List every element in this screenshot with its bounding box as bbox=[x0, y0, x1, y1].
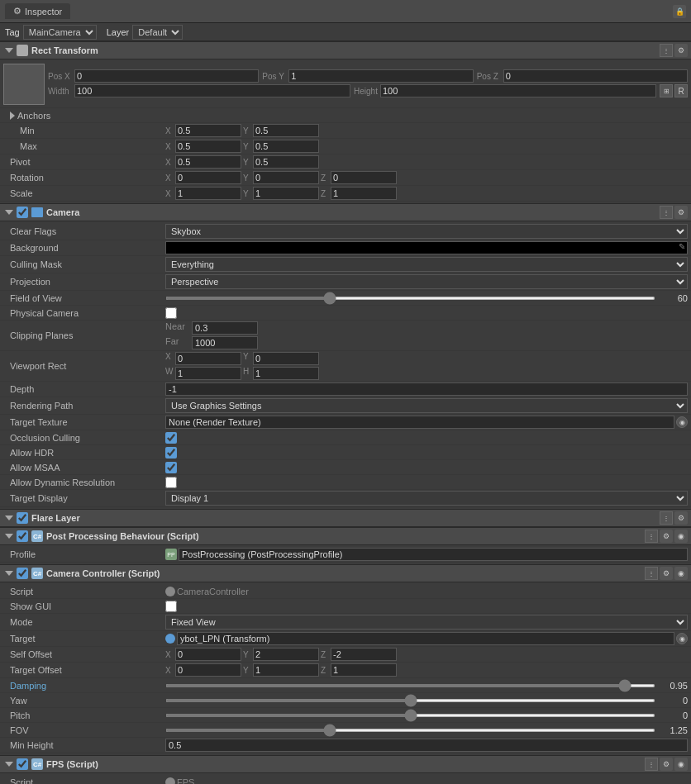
profile-input[interactable] bbox=[179, 548, 688, 561]
target-offset-z[interactable] bbox=[331, 663, 397, 677]
pos-y-input[interactable] bbox=[288, 69, 473, 83]
layer-select[interactable]: Default bbox=[132, 25, 183, 40]
scale-row: Scale X Y Z bbox=[0, 186, 691, 202]
rect-transform-settings-btn[interactable]: ⚙ bbox=[674, 44, 688, 57]
camera-controller-toggle[interactable] bbox=[5, 571, 13, 576]
fps-toggle[interactable] bbox=[5, 762, 13, 767]
scale-z[interactable] bbox=[331, 187, 397, 200]
damping-slider[interactable] bbox=[165, 684, 655, 687]
pos-x-input[interactable] bbox=[74, 69, 259, 83]
projection-select[interactable]: Perspective bbox=[165, 274, 688, 289]
post-processing-grid-btn[interactable]: ⋮ bbox=[645, 530, 658, 543]
rendering-path-select[interactable]: Use Graphics Settings bbox=[165, 398, 688, 413]
yaw-slider[interactable] bbox=[165, 699, 655, 702]
self-offset-x[interactable] bbox=[175, 648, 241, 661]
fps-grid-btn[interactable]: ⋮ bbox=[645, 758, 658, 771]
flare-settings-btn[interactable]: ⚙ bbox=[674, 511, 688, 525]
target-offset-y[interactable] bbox=[253, 663, 319, 677]
target-texture-input[interactable] bbox=[165, 416, 674, 429]
mode-select[interactable]: Fixed View bbox=[165, 615, 688, 630]
self-offset-z[interactable] bbox=[331, 648, 397, 661]
pos-x-label: Pos X bbox=[48, 72, 73, 81]
camera-controller-dot-btn[interactable]: ◉ bbox=[674, 567, 688, 580]
anchor-max-y[interactable] bbox=[253, 140, 319, 153]
scale-x[interactable] bbox=[175, 187, 241, 200]
camera-controller-settings-btn[interactable]: ⚙ bbox=[660, 567, 673, 580]
culling-mask-select[interactable]: Everything bbox=[165, 257, 688, 272]
fps-settings-btn[interactable]: ⚙ bbox=[660, 758, 673, 771]
show-gui-checkbox[interactable] bbox=[165, 601, 177, 612]
anchor-max-x[interactable] bbox=[175, 140, 241, 153]
fps-dot-btn[interactable]: ◉ bbox=[674, 758, 688, 771]
post-processing-settings-btn[interactable]: ⚙ bbox=[660, 530, 673, 543]
target-texture-picker[interactable]: ◉ bbox=[676, 416, 688, 428]
pos-z-input[interactable] bbox=[503, 69, 688, 83]
rotation-x[interactable] bbox=[175, 171, 241, 184]
background-swatch[interactable]: ✎ bbox=[165, 241, 688, 254]
target-display-row: Target Display Display 1 bbox=[0, 490, 691, 507]
target-display-select[interactable]: Display 1 bbox=[165, 491, 688, 506]
allow-dynamic-resolution-checkbox[interactable] bbox=[165, 477, 177, 488]
occlusion-culling-checkbox[interactable] bbox=[165, 432, 177, 444]
width-input[interactable] bbox=[74, 84, 350, 97]
camera-settings-btn[interactable]: ⚙ bbox=[674, 206, 688, 219]
profile-label: Profile bbox=[0, 549, 165, 559]
flare-enabled-checkbox[interactable] bbox=[17, 512, 28, 524]
depth-input[interactable] bbox=[165, 382, 688, 396]
anchor-min-y[interactable] bbox=[253, 124, 319, 137]
pivot-y[interactable] bbox=[253, 155, 319, 169]
target-picker[interactable]: ◉ bbox=[676, 633, 688, 644]
fov-slider[interactable] bbox=[165, 297, 655, 300]
anchor-min-x[interactable] bbox=[175, 124, 241, 137]
far-input[interactable] bbox=[192, 336, 258, 349]
yaw-row: Yaw 0 bbox=[0, 693, 691, 708]
anchors-toggle[interactable] bbox=[10, 112, 15, 120]
post-processing-dot-btn[interactable]: ◉ bbox=[674, 530, 688, 543]
camera-controller-grid-btn[interactable]: ⋮ bbox=[645, 567, 658, 580]
clear-flags-label: Clear Flags bbox=[0, 226, 165, 236]
viewport-y[interactable] bbox=[253, 352, 319, 365]
pitch-slider[interactable] bbox=[165, 714, 655, 717]
lock-button[interactable]: 🔒 bbox=[673, 5, 686, 18]
rect-grid-btn[interactable]: ⊞ bbox=[660, 84, 673, 97]
rotation-z[interactable] bbox=[331, 171, 397, 184]
fps-script-header: C# FPS (Script) ⋮ ⚙ ◉ bbox=[0, 755, 691, 773]
rect-r-btn[interactable]: R bbox=[674, 84, 688, 97]
allow-hdr-checkbox[interactable] bbox=[165, 447, 177, 459]
height-input[interactable] bbox=[380, 84, 656, 97]
viewport-w[interactable] bbox=[175, 367, 241, 380]
physical-camera-checkbox[interactable] bbox=[165, 307, 177, 319]
self-offset-y[interactable] bbox=[253, 648, 319, 661]
tag-select[interactable]: MainCamera bbox=[23, 25, 97, 40]
post-processing-toggle[interactable] bbox=[5, 534, 13, 539]
rect-transform-toggle[interactable] bbox=[5, 48, 13, 53]
target-offset-label: Target Offset bbox=[0, 665, 165, 675]
post-processing-enabled-checkbox[interactable] bbox=[17, 530, 28, 542]
flare-toggle[interactable] bbox=[5, 516, 13, 520]
inspector-tab[interactable]: ⚙ Inspector bbox=[5, 3, 70, 19]
pivot-x[interactable] bbox=[175, 155, 241, 169]
camera-grid-btn[interactable]: ⋮ bbox=[660, 206, 673, 219]
clear-flags-select[interactable]: Skybox bbox=[165, 224, 688, 239]
anchors-label: Anchors bbox=[17, 111, 50, 121]
allow-msaa-checkbox[interactable] bbox=[165, 462, 177, 473]
cc-fov-slider[interactable] bbox=[165, 729, 655, 732]
viewport-x[interactable] bbox=[175, 352, 241, 365]
rect-transform-grid-btn[interactable]: ⋮ bbox=[660, 44, 673, 57]
min-height-input[interactable] bbox=[165, 739, 688, 752]
viewport-h[interactable] bbox=[253, 367, 319, 380]
anchors-min-row: Min X Y bbox=[0, 123, 691, 139]
target-texture-label: Target Texture bbox=[0, 417, 165, 427]
flare-grid-btn[interactable]: ⋮ bbox=[660, 511, 673, 525]
near-input[interactable] bbox=[192, 321, 258, 335]
mode-label: Mode bbox=[0, 617, 165, 627]
scale-y[interactable] bbox=[253, 187, 319, 200]
fps-enabled-checkbox[interactable] bbox=[17, 758, 28, 770]
target-input[interactable] bbox=[177, 632, 674, 645]
camera-controller-enabled-checkbox[interactable] bbox=[17, 568, 28, 579]
rotation-y[interactable] bbox=[253, 171, 319, 184]
camera-toggle[interactable] bbox=[5, 210, 13, 215]
clipping-planes-row: Clipping Planes Near Far bbox=[0, 321, 691, 351]
target-offset-x[interactable] bbox=[175, 663, 241, 677]
camera-enabled-checkbox[interactable] bbox=[17, 207, 28, 218]
